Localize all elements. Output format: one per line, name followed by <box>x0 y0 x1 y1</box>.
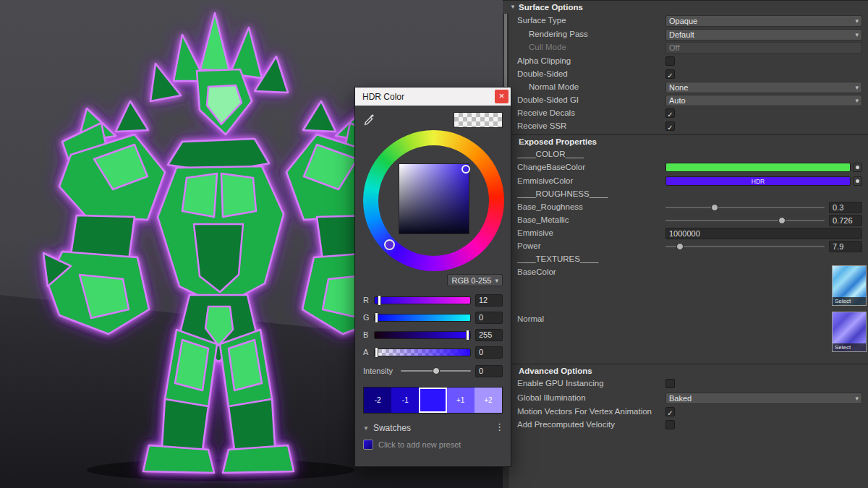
base-metallic-slider[interactable] <box>665 214 825 227</box>
precomputed-velocity-checkbox[interactable] <box>665 420 675 429</box>
exposure-swatch-minus2[interactable]: -2 <box>364 388 391 413</box>
preset-swatch-icon[interactable] <box>363 440 373 450</box>
row-base-metallic: Base_Metallic 0.726 <box>509 214 868 227</box>
check-icon: ✓ <box>667 72 673 80</box>
receive-decals-checkbox[interactable]: ✓ <box>665 108 675 118</box>
hue-marker[interactable] <box>384 239 395 250</box>
emissive-color-swatch[interactable]: HDR <box>665 176 851 186</box>
b-channel-value[interactable]: 255 <box>475 329 503 341</box>
a-channel-value[interactable]: 0 <box>475 346 503 359</box>
double-sided-checkbox[interactable]: ✓ <box>665 69 675 79</box>
check-icon: ✓ <box>667 409 673 417</box>
exposure-swatch-minus1[interactable]: -1 <box>391 388 419 413</box>
row-power: Power 7.9 <box>509 240 868 253</box>
power-value[interactable]: 7.9 <box>829 241 862 252</box>
color-section-label: ____COLOR____ <box>517 150 584 158</box>
cull-mode-value: Off <box>669 43 679 52</box>
exposure-swatch-current[interactable] <box>419 388 446 413</box>
chevron-down-icon: ▾ <box>855 97 859 104</box>
row-double-sided-gi: Double-Sided GI Auto ▾ <box>509 94 868 107</box>
exposed-properties-header[interactable]: Exposed Properties <box>503 134 868 148</box>
emissive-label: Emmisive <box>517 228 553 237</box>
basecolor-select-button[interactable]: Select <box>833 297 866 305</box>
emissive-color-label: EmmisiveColor <box>517 176 573 185</box>
row-receive-ssr: Receive SSR ✓ <box>509 120 868 133</box>
g-channel-slider[interactable] <box>374 314 471 322</box>
power-slider[interactable] <box>665 240 825 253</box>
normal-texture-thumbnail[interactable]: Select <box>832 312 867 352</box>
check-icon: ✓ <box>667 111 673 119</box>
intensity-value[interactable]: 0 <box>475 365 503 377</box>
saturation-value-square[interactable] <box>399 163 469 234</box>
global-illumination-dropdown[interactable]: Baked ▾ <box>665 393 862 404</box>
swatches-title: Swatches <box>373 423 411 433</box>
g-channel-label: G <box>363 313 370 322</box>
row-roughness-section: ____ROUGHNESS____ <box>509 188 868 201</box>
intensity-slider[interactable] <box>401 367 471 375</box>
sv-marker[interactable] <box>461 165 470 174</box>
surface-type-value: Opaque <box>669 17 697 25</box>
golem-shadow <box>87 459 354 481</box>
advanced-options-title: Advanced Options <box>519 367 592 375</box>
advanced-options-header[interactable]: Advanced Options <box>503 364 868 377</box>
color-picker-icon[interactable] <box>853 163 862 172</box>
row-base-roughness: Base_Roughness 0.3 <box>509 201 868 214</box>
chevron-down-icon: ▾ <box>855 84 859 91</box>
row-gpu-instancing: Enable GPU Instancing <box>509 377 868 390</box>
double-sided-gi-label: Double-Sided GI <box>517 95 579 104</box>
b-channel-slider[interactable] <box>374 331 471 339</box>
basecolor-texture-thumbnail[interactable]: Select <box>832 265 867 306</box>
row-global-illumination: Global Illumination Baked ▾ <box>509 392 868 405</box>
double-sided-gi-value: Auto <box>669 96 686 105</box>
foldout-icon[interactable]: ▼ <box>510 1 516 14</box>
normal-mode-label: Normal Mode <box>529 82 579 91</box>
chevron-down-icon: ▾ <box>855 395 859 402</box>
color-picker-icon[interactable] <box>853 176 862 186</box>
base-roughness-label: Base_Roughness <box>517 202 583 211</box>
cull-mode-dropdown: Off <box>665 42 862 53</box>
base-roughness-value[interactable]: 0.3 <box>829 202 862 213</box>
surface-type-dropdown[interactable]: Opaque ▾ <box>665 15 862 27</box>
add-preset-hint: Click to add new preset <box>378 440 461 449</box>
motion-vectors-label: Motion Vectors For Vertex Animation <box>517 407 652 416</box>
a-channel-label: A <box>363 348 370 356</box>
basecolor-texture-label: BaseColor <box>517 267 556 276</box>
exposure-swatch-plus1[interactable]: +1 <box>447 388 475 413</box>
normal-select-button[interactable]: Select <box>833 343 866 351</box>
emissive-field[interactable]: 1000000 <box>665 228 862 239</box>
base-metallic-value[interactable]: 0.726 <box>829 215 862 226</box>
receive-ssr-label: Receive SSR <box>517 121 566 130</box>
double-sided-label: Double-Sided <box>517 69 568 78</box>
base-roughness-slider[interactable] <box>665 201 825 214</box>
a-channel-slider[interactable] <box>374 348 471 356</box>
b-channel-label: B <box>363 330 370 339</box>
row-double-sided: Double-Sided ✓ <box>509 68 868 81</box>
window-titlebar[interactable]: HDR Color × <box>355 87 511 106</box>
row-motion-vectors: Motion Vectors For Vertex Animation ✓ <box>509 406 868 419</box>
add-preset-row[interactable]: Click to add new preset <box>363 440 503 450</box>
motion-vectors-checkbox[interactable]: ✓ <box>665 407 675 416</box>
double-sided-gi-dropdown[interactable]: Auto ▾ <box>665 95 862 106</box>
rendering-pass-dropdown[interactable]: Default ▾ <box>665 29 862 40</box>
r-channel-slider[interactable] <box>374 296 471 304</box>
row-color-section: ____COLOR____ <box>509 148 868 161</box>
r-channel-value[interactable]: 12 <box>475 294 503 307</box>
change-base-color-label: ChangeBaseColor <box>517 163 585 171</box>
gpu-instancing-checkbox[interactable] <box>665 379 675 388</box>
foldout-icon[interactable]: ▼ <box>363 425 369 432</box>
swatches-header[interactable]: ▼ Swatches ⋮ <box>363 423 503 433</box>
g-channel-value[interactable]: 0 <box>475 312 503 324</box>
exposure-swatch-plus2[interactable]: +2 <box>475 388 502 413</box>
eyedropper-icon[interactable] <box>363 114 376 127</box>
color-mode-dropdown[interactable]: RGB 0-255 ▾ <box>447 274 503 286</box>
alpha-clipping-checkbox[interactable] <box>665 56 675 66</box>
normal-mode-dropdown[interactable]: None ▾ <box>665 82 862 93</box>
receive-ssr-checkbox[interactable]: ✓ <box>665 121 675 131</box>
color-wheel[interactable] <box>363 130 504 271</box>
alpha-clipping-label: Alpha Clipping <box>517 56 571 65</box>
channel-row-g: G 0 <box>363 309 503 326</box>
change-base-color-swatch[interactable] <box>665 163 851 172</box>
surface-options-header[interactable]: ▼ Surface Options <box>503 0 868 14</box>
kebab-menu-icon[interactable]: ⋮ <box>495 421 504 432</box>
close-button[interactable]: × <box>495 90 509 103</box>
